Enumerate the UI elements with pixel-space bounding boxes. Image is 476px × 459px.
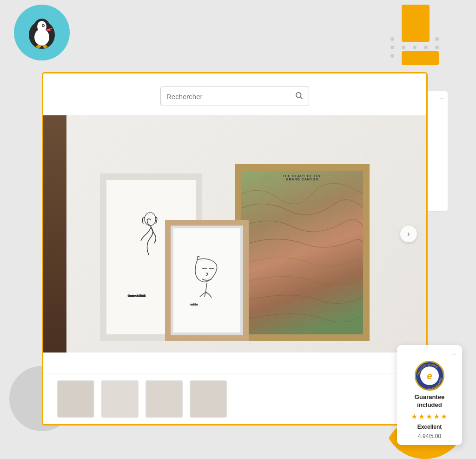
svg-point-9 bbox=[43, 45, 47, 48]
trusted-shops-circle: TRUSTED SHOPS GUARANTEE e bbox=[415, 361, 444, 391]
thumbnail-1[interactable] bbox=[57, 380, 94, 418]
dark-frame-edge bbox=[43, 115, 66, 353]
trusted-shops-logo: TRUSTED SHOPS GUARANTEE e bbox=[415, 361, 444, 391]
search-icon bbox=[295, 91, 303, 101]
svg-text:Gustav & Heidi: Gustav & Heidi bbox=[128, 294, 145, 297]
map-content: THE HEART OF THEGRAND CANYON bbox=[241, 171, 363, 334]
search-area bbox=[43, 73, 426, 115]
logo-circle bbox=[14, 5, 70, 60]
badge-excellent-label: Excellent bbox=[417, 424, 442, 430]
svg-point-3 bbox=[37, 21, 46, 32]
thumbnail-4[interactable] bbox=[190, 380, 227, 418]
sketch-face-icon: mark line bbox=[188, 255, 225, 306]
decorative-rect-top bbox=[402, 5, 430, 42]
search-box[interactable] bbox=[160, 86, 309, 106]
svg-point-10 bbox=[296, 93, 301, 98]
svg-text:TRUSTED SHOPS: TRUSTED SHOPS bbox=[417, 363, 438, 376]
trusted-shops-arc-icon: TRUSTED SHOPS GUARANTEE bbox=[415, 361, 444, 391]
product-image-canvas: Gustav & Heidi THE HEART OF THEGRAND CAN… bbox=[43, 115, 426, 353]
badge-menu-dots: ··· bbox=[452, 351, 456, 357]
chevron-right-icon: › bbox=[407, 230, 410, 238]
trusted-shops-badge[interactable]: ··· TRUSTED SHOPS GUARANTEE e Guarantee … bbox=[397, 345, 462, 445]
puffin-logo-icon bbox=[21, 12, 63, 53]
svg-text:GUARANTEE: GUARANTEE bbox=[428, 378, 442, 390]
badge-score: 4.94/5.00 bbox=[418, 433, 441, 439]
frame-inner-border: mark line bbox=[171, 226, 243, 335]
map-label: THE HEART OF THEGRAND CANYON bbox=[283, 174, 322, 181]
thumbnail-2[interactable] bbox=[101, 380, 139, 418]
badge-guarantee-text: Guarantee included bbox=[415, 393, 444, 409]
frames-scene: Gustav & Heidi THE HEART OF THEGRAND CAN… bbox=[100, 127, 370, 341]
svg-line-11 bbox=[300, 97, 302, 99]
svg-point-8 bbox=[36, 45, 41, 48]
product-image-area: Gustav & Heidi THE HEART OF THEGRAND CAN… bbox=[43, 115, 426, 353]
map-terrain-icon bbox=[241, 171, 363, 334]
svg-point-7 bbox=[43, 25, 44, 27]
decorative-rect-mid bbox=[402, 51, 439, 65]
thumbnails-row bbox=[43, 373, 426, 424]
thumbnail-3[interactable] bbox=[145, 380, 183, 418]
search-input[interactable] bbox=[166, 93, 295, 100]
browser-window: Gustav & Heidi THE HEART OF THEGRAND CAN… bbox=[42, 72, 428, 426]
next-arrow-button[interactable]: › bbox=[400, 226, 417, 242]
frame-map: THE HEART OF THEGRAND CANYON bbox=[235, 164, 370, 341]
badge-stars: ★★★★★ bbox=[411, 412, 448, 421]
frame-front: mark line bbox=[165, 220, 249, 341]
svg-text:mark line: mark line bbox=[191, 303, 198, 306]
